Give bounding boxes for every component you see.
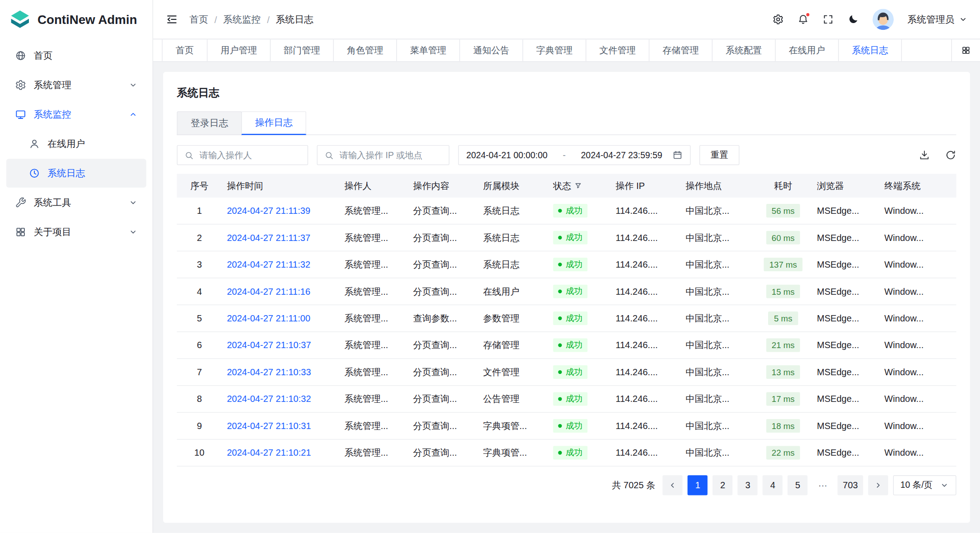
cell-browser: MSEdge...	[812, 287, 879, 297]
cell-duration: 22 ms	[755, 446, 812, 459]
sidebar-item-about-project[interactable]: 关于项目	[6, 217, 146, 246]
status-dot-icon	[558, 263, 562, 266]
duration-badge: 13 ms	[766, 365, 800, 379]
pagination-page-button[interactable]: 5	[788, 475, 808, 495]
sidebar-item-system-logs[interactable]: 系统日志	[6, 159, 146, 188]
pagination-page-button[interactable]: 4	[763, 475, 783, 495]
operator-search-input[interactable]	[199, 150, 300, 160]
tabbar-tab[interactable]: 菜单管理	[397, 39, 460, 61]
notifications-bell-icon[interactable]	[797, 14, 809, 25]
filter-icon[interactable]	[574, 182, 582, 190]
fullscreen-icon[interactable]	[822, 14, 834, 25]
download-button[interactable]	[919, 150, 930, 161]
column-header-label: 操作地点	[685, 180, 722, 192]
table-row: 82024-04-27 21:10:32系统管理...分页查询...公告管理成功…	[177, 386, 956, 412]
cell-index: 1	[177, 206, 222, 216]
operation-time-link[interactable]: 2024-04-27 21:10:31	[227, 421, 311, 431]
column-header-module: 所属模块	[478, 180, 548, 192]
cell-module: 系统日志	[478, 232, 548, 244]
status-badge: 成功	[553, 446, 587, 459]
tabbar-tab[interactable]: 在线用户	[776, 39, 839, 61]
sidebar-item-system-tools[interactable]: 系统工具	[6, 188, 146, 217]
sidebar-item-label: 系统日志	[47, 167, 85, 179]
status-badge: 成功	[553, 311, 587, 325]
pagination-ellipsis[interactable]: ···	[813, 475, 833, 495]
operation-time-link[interactable]: 2024-04-27 21:11:00	[227, 313, 310, 323]
sidebar-item-home[interactable]: 首页	[6, 41, 146, 70]
pagination-buttons: 12345···703	[663, 475, 888, 495]
cell-time: 2024-04-27 21:10:21	[222, 448, 339, 458]
status-badge: 成功	[553, 204, 587, 217]
breadcrumb: 首页/系统监控/系统日志	[189, 14, 313, 25]
sidebar-item-system-monitor[interactable]: 系统监控	[6, 100, 146, 129]
breadcrumb-item[interactable]: 系统日志	[276, 14, 314, 25]
cell-duration: 21 ms	[755, 338, 812, 352]
user-avatar[interactable]	[872, 9, 894, 30]
cell-content: 分页查询...	[408, 393, 478, 405]
status-badge: 成功	[553, 231, 587, 244]
user-menu[interactable]: 系统管理员	[908, 14, 968, 25]
cell-duration: 56 ms	[755, 204, 812, 217]
status-dot-icon	[558, 424, 562, 428]
tabbar-tab[interactable]: 系统配置	[713, 39, 776, 61]
tabbar-tab[interactable]: 存储管理	[649, 39, 713, 61]
menu-fold-icon[interactable]	[166, 13, 178, 26]
tabbar-tab[interactable]: 文件管理	[586, 39, 650, 61]
table-row: 72024-04-27 21:10:33系统管理...分页查询...文件管理成功…	[177, 359, 956, 386]
tab-operation-log[interactable]: 操作日志	[241, 111, 306, 135]
cell-status: 成功	[548, 392, 610, 406]
cell-os: Window...	[879, 394, 956, 404]
cell-ip: 114.246....	[610, 421, 680, 431]
tabbar-tab[interactable]: 用户管理	[207, 39, 271, 61]
breadcrumb-separator: /	[267, 14, 270, 25]
column-header-content: 操作内容	[408, 180, 478, 192]
tabbar-tab[interactable]: 首页	[162, 39, 207, 61]
app-logo[interactable]: ContiNew Admin	[0, 0, 153, 39]
operation-time-link[interactable]: 2024-04-27 21:11:37	[227, 233, 310, 243]
tabbar-tab[interactable]: 通知公告	[460, 39, 523, 61]
dark-mode-moon-icon[interactable]	[848, 14, 859, 25]
sidebar-item-system-management[interactable]: 系统管理	[6, 71, 146, 99]
pagination-prev-button[interactable]	[663, 475, 683, 495]
cell-content: 分页查询...	[408, 259, 478, 270]
cell-content: 分页查询...	[408, 232, 478, 244]
table-header: 序号操作时间操作人操作内容所属模块状态操作 IP操作地点耗时浏览器终端系统	[177, 174, 956, 198]
tabbar-tab[interactable]: 系统日志	[839, 39, 902, 61]
breadcrumb-item[interactable]: 首页	[189, 14, 208, 25]
sidebar-item-online-users[interactable]: 在线用户	[6, 129, 146, 158]
operation-time-link[interactable]: 2024-04-27 21:10:32	[227, 394, 311, 404]
pagination-page-button[interactable]: 2	[713, 475, 733, 495]
operation-time-link[interactable]: 2024-04-27 21:10:33	[227, 367, 311, 377]
chevron-down-icon	[129, 80, 137, 89]
operation-time-link[interactable]: 2024-04-27 21:11:32	[227, 259, 310, 269]
duration-badge: 60 ms	[766, 231, 800, 244]
operation-time-link[interactable]: 2024-04-27 21:11:39	[227, 206, 310, 216]
duration-badge: 137 ms	[764, 258, 802, 271]
pagination-next-button[interactable]	[868, 475, 888, 495]
operation-time-link[interactable]: 2024-04-27 21:11:16	[227, 287, 310, 297]
tabbar-actions-button[interactable]	[951, 39, 980, 61]
tabbar-tab[interactable]: 部门管理	[271, 39, 334, 61]
reset-button[interactable]: 重置	[699, 145, 740, 165]
tab-login-log[interactable]: 登录日志	[177, 111, 242, 135]
breadcrumb-item[interactable]: 系统监控	[223, 14, 261, 25]
settings-icon[interactable]	[773, 14, 784, 25]
operator-search-field	[177, 145, 308, 165]
ip-search-input[interactable]	[339, 150, 442, 160]
date-range-picker[interactable]: 2024-04-21 00:00:00 - 2024-04-27 23:59:5…	[458, 145, 691, 165]
operation-time-link[interactable]: 2024-04-27 21:10:21	[227, 448, 311, 458]
tabbar-tab[interactable]: 角色管理	[334, 39, 397, 61]
refresh-button[interactable]	[945, 150, 957, 161]
tabbar-tab[interactable]: 字典管理	[523, 39, 586, 61]
cell-time: 2024-04-27 21:10:32	[222, 394, 339, 404]
pagination-page-button[interactable]: 3	[738, 475, 758, 495]
page-size-select[interactable]: 10 条/页	[893, 475, 956, 495]
cell-operator: 系统管理...	[339, 366, 408, 378]
status-dot-icon	[558, 289, 562, 293]
cell-browser: MSEdge...	[812, 340, 879, 350]
pagination-page-button[interactable]: 703	[838, 475, 863, 495]
cell-duration: 60 ms	[755, 231, 812, 244]
operation-time-link[interactable]: 2024-04-27 21:10:37	[227, 340, 311, 350]
pagination-page-button[interactable]: 1	[688, 475, 708, 495]
cell-operator: 系统管理...	[339, 232, 408, 244]
